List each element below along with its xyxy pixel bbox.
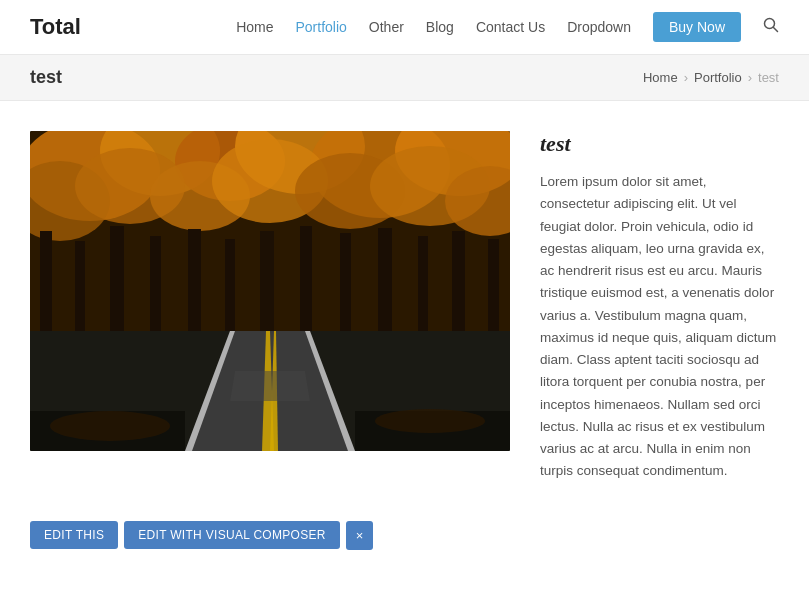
nav-blog[interactable]: Blog — [426, 19, 454, 35]
edit-visual-composer-button[interactable]: EDIT WITH VISUAL COMPOSER — [124, 521, 340, 549]
breadcrumb-sep-2: › — [748, 70, 752, 85]
svg-point-39 — [50, 411, 170, 441]
nav-contact[interactable]: Contact Us — [476, 19, 545, 35]
portfolio-text-section: test Lorem ipsum dolor sit amet, consect… — [540, 131, 779, 483]
nav-dropdown[interactable]: Dropdown — [567, 19, 631, 35]
close-edit-button[interactable]: × — [346, 521, 374, 550]
buy-now-button[interactable]: Buy Now — [653, 12, 741, 42]
nav-home[interactable]: Home — [236, 19, 273, 35]
edit-bar: EDIT THIS EDIT WITH VISUAL COMPOSER × — [0, 503, 809, 570]
page-title: test — [30, 67, 62, 88]
breadcrumb-home[interactable]: Home — [643, 70, 678, 85]
svg-line-1 — [774, 28, 778, 32]
main-content: test Lorem ipsum dolor sit amet, consect… — [0, 101, 809, 503]
site-title: Total — [30, 14, 81, 40]
portfolio-image — [30, 131, 510, 451]
edit-this-button[interactable]: EDIT THIS — [30, 521, 118, 549]
svg-marker-36 — [230, 371, 310, 401]
breadcrumb-current: test — [758, 70, 779, 85]
site-header: Total Home Portfolio Other Blog Contact … — [0, 0, 809, 55]
nav-portfolio[interactable]: Portfolio — [295, 19, 346, 35]
breadcrumb-portfolio[interactable]: Portfolio — [694, 70, 742, 85]
svg-point-40 — [375, 409, 485, 433]
breadcrumb-sep-1: › — [684, 70, 688, 85]
breadcrumb-bar: test Home › Portfolio › test — [0, 55, 809, 101]
main-nav: Home Portfolio Other Blog Contact Us Dro… — [236, 12, 779, 42]
breadcrumb: Home › Portfolio › test — [643, 70, 779, 85]
nav-other[interactable]: Other — [369, 19, 404, 35]
search-icon[interactable] — [763, 17, 779, 37]
portfolio-heading: test — [540, 131, 779, 157]
portfolio-body: Lorem ipsum dolor sit amet, consectetur … — [540, 171, 779, 483]
